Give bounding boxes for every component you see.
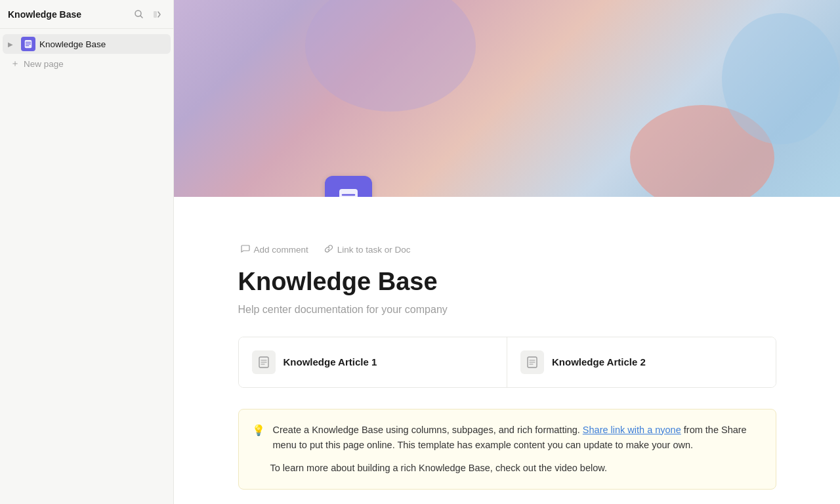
sidebar-nav: ▶ Knowledge Base ＋ New page	[0, 29, 173, 504]
hero-banner	[174, 0, 840, 197]
comment-icon	[241, 244, 250, 255]
search-button[interactable]	[131, 7, 147, 22]
info-text-pre: Create a Knowledge Base using columns, s…	[273, 425, 583, 435]
hero-blob-3	[305, 0, 476, 112]
collapse-icon	[152, 9, 163, 20]
page-subtitle: Help center documentation for your compa…	[238, 304, 776, 316]
page-title: Knowledge Base	[238, 267, 776, 297]
sidebar-item-knowledge-base[interactable]: ▶ Knowledge Base	[3, 34, 171, 54]
add-comment-label: Add comment	[254, 245, 308, 255]
sidebar-header: Knowledge Base	[0, 0, 173, 29]
hero-blob-2	[722, 13, 840, 144]
page-icon-wrapper	[325, 176, 372, 197]
new-page-label: New page	[24, 59, 64, 69]
hero-background	[174, 0, 840, 197]
article-card-2[interactable]: Knowledge Article 2	[507, 337, 776, 387]
share-link[interactable]: Share link with a nyone	[583, 425, 681, 435]
chevron-icon: ▶	[8, 41, 17, 48]
link-icon	[324, 244, 333, 255]
content-area: Add comment Link to task or Doc Knowledg…	[212, 197, 803, 504]
new-page-button[interactable]: ＋ New page	[5, 55, 168, 72]
sidebar: Knowledge Base ▶	[0, 0, 174, 504]
link-label: Link to task or Doc	[337, 245, 411, 255]
add-comment-button[interactable]: Add comment	[238, 243, 311, 257]
article-title-1: Knowledge Article 1	[284, 356, 377, 368]
svg-rect-1	[154, 11, 157, 18]
info-box-row-1: 💡 Create a Knowledge Base using columns,…	[252, 423, 763, 453]
info-box: 💡 Create a Knowledge Base using columns,…	[238, 409, 776, 490]
bulb-icon: 💡	[252, 424, 265, 453]
search-icon	[134, 9, 144, 20]
sidebar-title: Knowledge Base	[8, 9, 81, 20]
main-content: Add comment Link to task or Doc Knowledg…	[174, 0, 840, 504]
info-text-2: To learn more about building a rich Know…	[252, 461, 763, 476]
knowledge-base-icon	[21, 37, 35, 51]
collapse-sidebar-button[interactable]	[150, 7, 165, 22]
article-icon-2	[520, 350, 544, 374]
plus-icon: ＋	[10, 58, 20, 70]
sidebar-header-actions	[131, 7, 165, 22]
action-bar: Add comment Link to task or Doc	[238, 243, 776, 257]
link-button[interactable]: Link to task or Doc	[322, 243, 413, 257]
articles-grid: Knowledge Article 1 Knowledge Article 2	[238, 337, 776, 388]
article-card-1[interactable]: Knowledge Article 1	[239, 337, 507, 387]
article-icon-1	[252, 350, 276, 374]
sidebar-item-label: Knowledge Base	[39, 39, 106, 49]
info-text-1: Create a Knowledge Base using columns, s…	[273, 423, 763, 453]
article-title-2: Knowledge Article 2	[552, 356, 646, 368]
page-icon	[325, 176, 372, 197]
document-icon	[335, 186, 362, 197]
